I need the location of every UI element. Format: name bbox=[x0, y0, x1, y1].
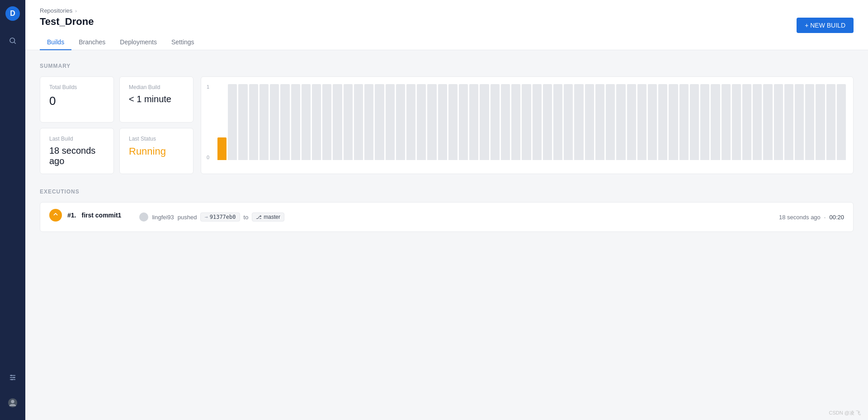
chart-bar bbox=[595, 84, 604, 160]
svg-text:D: D bbox=[10, 9, 15, 17]
build-chart: 1 0 bbox=[201, 76, 854, 174]
footer-watermark: CSDN @凌 飞 bbox=[829, 410, 861, 416]
chart-bar bbox=[259, 84, 269, 160]
chart-bar bbox=[669, 84, 678, 160]
summary-area: Total Builds 0 Median Build < 1 minute L… bbox=[40, 76, 854, 174]
chart-bar bbox=[491, 84, 500, 160]
tab-settings[interactable]: Settings bbox=[164, 35, 202, 50]
search-icon[interactable] bbox=[5, 33, 21, 49]
chart-bar bbox=[753, 84, 762, 160]
chart-bar bbox=[459, 84, 468, 160]
branch-name: master bbox=[264, 214, 280, 220]
chart-bar bbox=[690, 84, 699, 160]
breadcrumb: Repositories › bbox=[40, 7, 854, 14]
new-build-button[interactable]: + NEW BUILD bbox=[797, 18, 854, 33]
last-build-card: Last Build 18 seconds ago bbox=[40, 128, 114, 174]
user-avatar-icon[interactable] bbox=[5, 395, 21, 411]
chart-bar bbox=[364, 84, 373, 160]
sidebar: D bbox=[0, 0, 25, 420]
last-build-value: 18 seconds ago bbox=[49, 146, 104, 166]
chart-bar bbox=[711, 84, 720, 160]
main-content: Repositories › Test_Drone + NEW BUILD Bu… bbox=[25, 0, 868, 420]
tab-builds[interactable]: Builds bbox=[40, 35, 71, 50]
chart-bar bbox=[606, 84, 615, 160]
last-status-label: Last Status bbox=[129, 136, 184, 142]
execution-number: #1. bbox=[67, 212, 76, 219]
chart-bar bbox=[774, 84, 783, 160]
branch-badge: ⎇ master bbox=[252, 212, 284, 222]
chart-bar bbox=[574, 84, 583, 160]
chart-bar bbox=[522, 84, 531, 160]
execution-card-1[interactable]: #1. first commit1 lingfei93 pushed → 913… bbox=[40, 202, 854, 232]
chart-bar bbox=[564, 84, 573, 160]
execution-to-text: to bbox=[244, 214, 249, 221]
chart-bar bbox=[438, 84, 447, 160]
chart-bar bbox=[417, 84, 426, 160]
execution-row: #1. first commit1 lingfei93 pushed → 913… bbox=[49, 209, 844, 225]
median-build-label: Median Build bbox=[129, 84, 184, 90]
median-build-card: Median Build < 1 minute bbox=[119, 76, 193, 123]
chart-bar bbox=[322, 84, 331, 160]
tab-bar: Builds Branches Deployments Settings bbox=[40, 35, 854, 50]
chart-bar bbox=[784, 84, 793, 160]
total-builds-value: 0 bbox=[49, 94, 104, 108]
chart-bar bbox=[658, 84, 667, 160]
svg-point-7 bbox=[11, 375, 12, 376]
last-status-value: Running bbox=[129, 146, 184, 157]
sliders-icon[interactable] bbox=[5, 369, 21, 386]
commit-hash-value: 91377eb0 bbox=[210, 214, 236, 220]
execution-meta: lingfei93 pushed → 91377eb0 to ⎇ master bbox=[139, 212, 284, 222]
summary-cards: Total Builds 0 Median Build < 1 minute L… bbox=[40, 76, 193, 174]
page-header: Repositories › Test_Drone + NEW BUILD Bu… bbox=[25, 0, 868, 50]
chart-bar bbox=[354, 84, 363, 160]
chart-bar bbox=[679, 84, 689, 160]
breadcrumb-repositories[interactable]: Repositories bbox=[40, 7, 72, 14]
execution-status-running-icon bbox=[49, 209, 62, 222]
chart-bar bbox=[270, 84, 279, 160]
chart-bar bbox=[291, 84, 300, 160]
chart-bar bbox=[732, 84, 741, 160]
chart-bar bbox=[826, 84, 835, 160]
svg-point-8 bbox=[14, 377, 15, 378]
svg-point-11 bbox=[11, 400, 14, 403]
chart-y-bottom: 0 bbox=[207, 155, 209, 160]
chart-bar bbox=[637, 84, 646, 160]
chart-bar bbox=[501, 84, 510, 160]
chart-y-labels: 1 0 bbox=[207, 84, 209, 160]
chart-bar bbox=[553, 84, 562, 160]
avatar bbox=[139, 212, 148, 222]
chart-bar bbox=[406, 84, 415, 160]
execution-action: pushed bbox=[178, 214, 197, 221]
execution-header: #1. first commit1 bbox=[49, 209, 121, 222]
tab-deployments[interactable]: Deployments bbox=[113, 35, 164, 50]
header-row: Test_Drone + NEW BUILD bbox=[40, 16, 854, 35]
chart-bar bbox=[795, 84, 804, 160]
tab-branches[interactable]: Branches bbox=[71, 35, 113, 50]
execution-duration: 00:20 bbox=[829, 214, 844, 221]
chart-bar bbox=[805, 84, 814, 160]
execution-user: lingfei93 bbox=[152, 214, 174, 221]
chart-bar bbox=[742, 84, 751, 160]
execution-separator: · bbox=[824, 214, 826, 221]
chart-bar bbox=[585, 84, 594, 160]
execution-time: 18 seconds ago · 00:20 bbox=[779, 214, 844, 221]
chart-bar bbox=[816, 84, 825, 160]
chart-bar bbox=[616, 84, 625, 160]
svg-point-2 bbox=[10, 38, 15, 43]
chart-bar bbox=[700, 84, 709, 160]
chart-bar bbox=[448, 84, 458, 160]
chart-bar bbox=[333, 84, 342, 160]
chart-bar bbox=[763, 84, 772, 160]
execution-time-ago: 18 seconds ago bbox=[779, 214, 821, 221]
page-title: Test_Drone bbox=[40, 16, 94, 28]
chart-bar bbox=[837, 84, 846, 160]
executions-section-title: EXECUTIONS bbox=[40, 189, 854, 195]
chart-bar bbox=[312, 84, 321, 160]
chart-bar bbox=[511, 84, 520, 160]
chart-bar bbox=[228, 84, 237, 160]
last-build-label: Last Build bbox=[49, 136, 104, 142]
app-logo[interactable]: D bbox=[5, 5, 21, 22]
chart-bar bbox=[375, 84, 384, 160]
chart-bar bbox=[386, 84, 395, 160]
chart-bar bbox=[543, 84, 552, 160]
